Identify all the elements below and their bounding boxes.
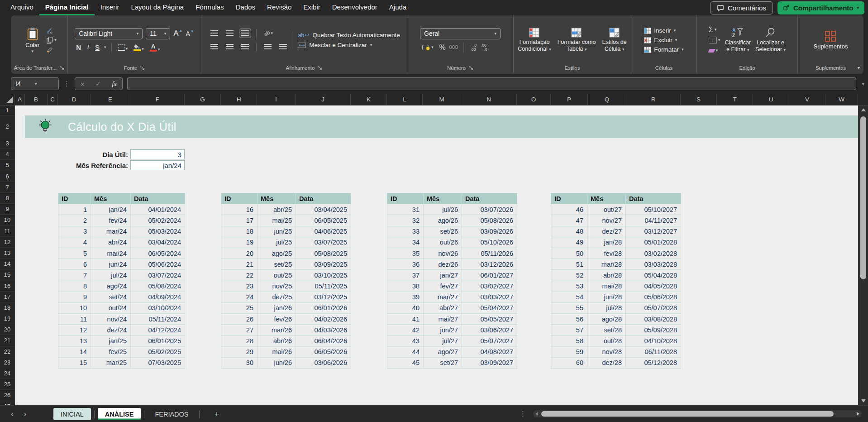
row-header-14[interactable]: 14 [0,259,14,269]
cell[interactable]: 05/12/2028 [626,358,681,369]
font-color-button[interactable]: A▾ [148,43,162,52]
cell[interactable]: 26 [221,314,258,325]
cell[interactable]: mai/28 [587,281,626,292]
cell[interactable]: 04/10/2028 [626,336,681,346]
fill-button[interactable]: ↓▾ [709,37,720,44]
row-header-4[interactable]: 4 [0,149,14,160]
cell[interactable]: 05/08/2024 [131,281,185,292]
cell[interactable]: abr/25 [258,204,296,215]
cell[interactable]: jul/28 [587,303,626,314]
cell[interactable]: 03/09/2027 [462,358,517,369]
formula-input[interactable] [127,77,856,90]
cell[interactable]: 03/09/2025 [296,259,351,270]
number-format-select[interactable]: Geral▾ [420,28,501,39]
cell[interactable]: 05/05/2027 [462,314,517,325]
column-header-p[interactable]: P [551,94,588,105]
cell[interactable]: 24 [221,292,258,303]
sheet-nav-right-icon[interactable]: › [24,409,26,419]
decrease-indent-button[interactable] [262,42,274,52]
cell[interactable]: abr/24 [91,237,131,248]
cell[interactable]: out/28 [587,336,626,346]
cell[interactable]: set/28 [587,325,626,336]
cell[interactable]: dez/28 [587,358,626,369]
row-header-12[interactable]: 12 [0,237,14,248]
cell[interactable]: 8 [58,281,91,292]
decrease-decimal-button[interactable]: .00→.0 [480,43,487,51]
cell[interactable]: set/27 [424,358,462,369]
cell[interactable]: 05/02/2025 [131,347,185,358]
cell[interactable]: nov/26 [424,248,462,259]
paste-button[interactable]: Colar ▾ [22,26,43,54]
cell[interactable]: 04/02/2026 [296,314,351,325]
align-middle-button[interactable] [224,29,236,38]
row-header-1[interactable]: 1 [0,106,14,115]
cell[interactable]: 14 [58,347,91,358]
cell[interactable]: jan/26 [258,303,296,314]
cell[interactable]: 03/10/2025 [296,270,351,281]
column-header-m[interactable]: M [423,94,461,105]
row-header-19[interactable]: 19 [0,313,14,324]
italic-button[interactable]: I [86,43,91,51]
column-header-f[interactable]: F [130,94,185,105]
cell[interactable]: 55 [551,303,587,314]
cell[interactable]: nov/28 [587,347,626,358]
cell[interactable]: 05/03/2024 [131,226,185,237]
insert-cells-button[interactable]: Inserir▾ [644,27,676,34]
cell[interactable]: 04/03/2026 [296,325,351,336]
align-left-button[interactable] [208,42,220,52]
cell[interactable]: 56 [551,314,587,325]
cell[interactable]: jan/28 [587,237,626,248]
cell[interactable]: 27 [221,325,258,336]
orientation-button[interactable]: ab▾ [262,29,275,38]
cell[interactable]: 30 [221,358,258,369]
cell[interactable]: 05/08/2025 [296,248,351,259]
column-header-d[interactable]: D [58,94,91,105]
cell[interactable]: 03/12/2026 [462,259,517,270]
horizontal-scrollbar[interactable] [533,410,862,417]
row-header-6[interactable]: 6 [0,171,14,182]
menu-item-layout-da-p-gina[interactable]: Layout da Página [125,0,190,15]
decrease-font-button[interactable]: A▼ [186,30,194,37]
row-header-2[interactable]: 2 [0,115,14,138]
dialog-launcher-icon[interactable] [318,66,322,70]
cell[interactable]: jul/24 [91,270,131,281]
cell[interactable]: nov/24 [91,314,131,325]
menu-item-p-gina-inicial[interactable]: Página Inicial [39,0,95,15]
cell[interactable]: ago/28 [587,314,626,325]
cell[interactable]: 28 [221,336,258,346]
cell[interactable]: dez/27 [587,226,626,237]
scroll-down-arrow-icon[interactable] [861,399,866,403]
row-header-7[interactable]: 7 [0,182,14,193]
cell[interactable]: 04/09/2024 [131,292,185,303]
cell[interactable]: 05/01/2028 [626,237,681,248]
cancel-formula-button[interactable]: × [81,80,85,88]
share-button[interactable]: Compartilhamento ▾ [777,1,864,14]
cell[interactable]: 4 [58,237,91,248]
copy-button[interactable]: ▾ [47,37,57,44]
cell[interactable]: 19 [221,237,258,248]
row-header-21[interactable]: 21 [0,335,14,346]
cell[interactable]: 03/09/2026 [462,226,517,237]
menu-item-ajuda[interactable]: Ajuda [383,0,412,15]
cell[interactable]: 34 [387,237,424,248]
wrap-text-button[interactable]: ab↩ Quebrar Texto Automaticamente [298,32,400,38]
align-center-button[interactable] [224,42,236,52]
cell[interactable]: 13 [58,336,91,346]
font-name-select[interactable]: Calibri Light▾ [75,28,143,39]
cell[interactable]: 20 [221,248,258,259]
select-all-corner[interactable] [0,94,15,105]
cell[interactable]: 36 [387,259,424,270]
delete-cells-button[interactable]: Excluir▾ [644,37,677,43]
align-right-button[interactable] [239,42,251,52]
cell[interactable]: 18 [221,226,258,237]
column-header-j[interactable]: J [296,94,351,105]
fill-color-button[interactable]: ▾ [132,44,145,51]
cell[interactable]: 38 [387,281,424,292]
cell[interactable]: mai/24 [91,248,131,259]
cell[interactable]: jun/25 [258,226,296,237]
cell[interactable]: 50 [551,248,587,259]
dialog-launcher-icon[interactable] [60,66,64,70]
cell[interactable]: 04/11/2027 [626,215,681,226]
menu-item-arquivo[interactable]: Arquivo [5,0,39,15]
menu-item-f-rmulas[interactable]: Fórmulas [190,0,230,15]
